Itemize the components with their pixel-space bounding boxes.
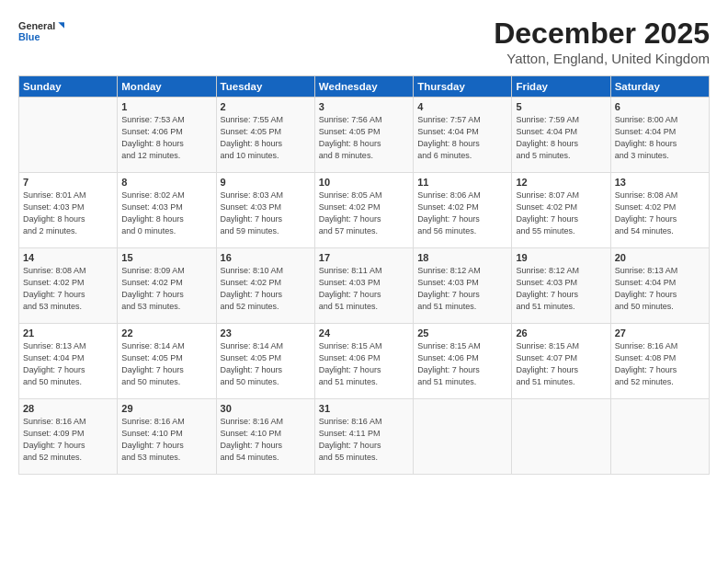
header-row: SundayMondayTuesdayWednesdayThursdayFrid… — [19, 76, 710, 98]
day-number: 8 — [121, 177, 211, 188]
day-number: 23 — [221, 327, 311, 339]
day-number: 20 — [615, 252, 705, 263]
day-cell: 27Sunrise: 8:16 AM Sunset: 4:08 PM Dayli… — [610, 324, 709, 399]
day-cell: 28Sunrise: 8:16 AM Sunset: 4:09 PM Dayli… — [19, 399, 118, 475]
day-number: 2 — [221, 101, 311, 112]
day-cell: 30Sunrise: 8:16 AM Sunset: 4:10 PM Dayli… — [216, 399, 314, 475]
day-info: Sunrise: 7:57 AM Sunset: 4:04 PM Dayligh… — [417, 114, 507, 162]
logo-svg: General Blue — [18, 17, 64, 48]
day-info: Sunrise: 8:01 AM Sunset: 4:03 PM Dayligh… — [23, 190, 113, 237]
day-number: 15 — [121, 252, 211, 263]
day-info: Sunrise: 8:05 AM Sunset: 4:02 PM Dayligh… — [319, 190, 409, 237]
day-cell: 5Sunrise: 7:59 AM Sunset: 4:04 PM Daylig… — [512, 98, 610, 173]
header-cell-tuesday: Tuesday — [216, 76, 314, 98]
day-info: Sunrise: 7:53 AM Sunset: 4:06 PM Dayligh… — [121, 114, 211, 162]
day-info: Sunrise: 8:16 AM Sunset: 4:09 PM Dayligh… — [23, 416, 113, 464]
day-info: Sunrise: 8:09 AM Sunset: 4:02 PM Dayligh… — [121, 265, 211, 313]
day-number: 31 — [319, 403, 409, 414]
day-number: 28 — [23, 403, 113, 414]
day-number: 22 — [121, 327, 211, 339]
day-number: 19 — [516, 252, 606, 263]
header-cell-monday: Monday — [118, 76, 216, 98]
header-cell-thursday: Thursday — [414, 76, 512, 98]
day-info: Sunrise: 8:00 AM Sunset: 4:04 PM Dayligh… — [615, 114, 705, 162]
week-row-1: 1Sunrise: 7:53 AM Sunset: 4:06 PM Daylig… — [19, 98, 710, 173]
day-cell — [19, 98, 118, 173]
day-info: Sunrise: 8:12 AM Sunset: 4:03 PM Dayligh… — [516, 265, 606, 313]
svg-text:General: General — [18, 21, 55, 32]
day-cell: 29Sunrise: 8:16 AM Sunset: 4:10 PM Dayli… — [118, 399, 216, 475]
day-info: Sunrise: 8:16 AM Sunset: 4:10 PM Dayligh… — [221, 416, 311, 464]
day-cell — [512, 399, 610, 475]
day-info: Sunrise: 8:16 AM Sunset: 4:10 PM Dayligh… — [121, 416, 211, 464]
header-cell-wednesday: Wednesday — [314, 76, 413, 98]
day-info: Sunrise: 8:15 AM Sunset: 4:06 PM Dayligh… — [417, 340, 507, 388]
day-info: Sunrise: 8:12 AM Sunset: 4:03 PM Dayligh… — [417, 265, 507, 313]
day-info: Sunrise: 8:02 AM Sunset: 4:03 PM Dayligh… — [121, 190, 211, 237]
day-cell: 1Sunrise: 7:53 AM Sunset: 4:06 PM Daylig… — [118, 98, 216, 173]
day-info: Sunrise: 8:03 AM Sunset: 4:03 PM Dayligh… — [221, 190, 311, 237]
day-cell: 14Sunrise: 8:08 AM Sunset: 4:02 PM Dayli… — [19, 248, 118, 324]
day-number: 11 — [417, 177, 507, 188]
day-number: 7 — [23, 177, 113, 188]
day-info: Sunrise: 8:08 AM Sunset: 4:02 PM Dayligh… — [23, 265, 113, 313]
day-info: Sunrise: 8:16 AM Sunset: 4:11 PM Dayligh… — [319, 416, 409, 464]
day-cell: 18Sunrise: 8:12 AM Sunset: 4:03 PM Dayli… — [414, 248, 512, 324]
day-info: Sunrise: 8:14 AM Sunset: 4:05 PM Dayligh… — [221, 340, 311, 388]
day-number: 9 — [221, 177, 311, 188]
week-row-2: 7Sunrise: 8:01 AM Sunset: 4:03 PM Daylig… — [19, 173, 710, 248]
day-number: 18 — [417, 252, 507, 263]
day-number: 3 — [319, 101, 409, 112]
day-number: 17 — [319, 252, 409, 263]
day-cell: 9Sunrise: 8:03 AM Sunset: 4:03 PM Daylig… — [216, 173, 314, 248]
calendar-table: SundayMondayTuesdayWednesdayThursdayFrid… — [18, 75, 710, 475]
day-info: Sunrise: 8:08 AM Sunset: 4:02 PM Dayligh… — [615, 190, 705, 237]
day-cell — [414, 399, 512, 475]
header: General Blue December 2025 Yatton, Engla… — [18, 17, 710, 66]
day-info: Sunrise: 8:15 AM Sunset: 4:06 PM Dayligh… — [319, 340, 409, 388]
day-info: Sunrise: 8:07 AM Sunset: 4:02 PM Dayligh… — [516, 190, 606, 237]
day-cell: 7Sunrise: 8:01 AM Sunset: 4:03 PM Daylig… — [19, 173, 118, 248]
day-number: 21 — [23, 327, 113, 339]
day-cell: 6Sunrise: 8:00 AM Sunset: 4:04 PM Daylig… — [610, 98, 709, 173]
day-number: 25 — [417, 327, 507, 339]
header-cell-friday: Friday — [512, 76, 610, 98]
day-cell — [610, 399, 709, 475]
day-number: 6 — [615, 101, 705, 112]
header-cell-saturday: Saturday — [610, 76, 709, 98]
day-cell: 23Sunrise: 8:14 AM Sunset: 4:05 PM Dayli… — [216, 324, 314, 399]
day-number: 24 — [319, 327, 409, 339]
day-number: 27 — [615, 327, 705, 339]
day-number: 5 — [516, 101, 606, 112]
title-block: December 2025 Yatton, England, United Ki… — [494, 17, 710, 66]
main-title: December 2025 — [494, 17, 710, 51]
day-number: 10 — [319, 177, 409, 188]
day-number: 29 — [121, 403, 211, 414]
day-cell: 24Sunrise: 8:15 AM Sunset: 4:06 PM Dayli… — [314, 324, 413, 399]
day-cell: 3Sunrise: 7:56 AM Sunset: 4:05 PM Daylig… — [314, 98, 413, 173]
day-cell: 13Sunrise: 8:08 AM Sunset: 4:02 PM Dayli… — [610, 173, 709, 248]
day-info: Sunrise: 8:16 AM Sunset: 4:08 PM Dayligh… — [615, 340, 705, 388]
day-cell: 2Sunrise: 7:55 AM Sunset: 4:05 PM Daylig… — [216, 98, 314, 173]
day-cell: 15Sunrise: 8:09 AM Sunset: 4:02 PM Dayli… — [118, 248, 216, 324]
day-cell: 22Sunrise: 8:14 AM Sunset: 4:05 PM Dayli… — [118, 324, 216, 399]
day-number: 13 — [615, 177, 705, 188]
svg-marker-2 — [58, 22, 64, 29]
week-row-4: 21Sunrise: 8:13 AM Sunset: 4:04 PM Dayli… — [19, 324, 710, 399]
page: General Blue December 2025 Yatton, Engla… — [0, 0, 728, 563]
day-number: 16 — [221, 252, 311, 263]
day-cell: 10Sunrise: 8:05 AM Sunset: 4:02 PM Dayli… — [314, 173, 413, 248]
day-info: Sunrise: 7:56 AM Sunset: 4:05 PM Dayligh… — [319, 114, 409, 162]
logo: General Blue — [18, 17, 64, 48]
day-cell: 31Sunrise: 8:16 AM Sunset: 4:11 PM Dayli… — [314, 399, 413, 475]
day-cell: 19Sunrise: 8:12 AM Sunset: 4:03 PM Dayli… — [512, 248, 610, 324]
day-cell: 8Sunrise: 8:02 AM Sunset: 4:03 PM Daylig… — [118, 173, 216, 248]
day-number: 12 — [516, 177, 606, 188]
day-cell: 26Sunrise: 8:15 AM Sunset: 4:07 PM Dayli… — [512, 324, 610, 399]
day-info: Sunrise: 7:55 AM Sunset: 4:05 PM Dayligh… — [221, 114, 311, 162]
day-cell: 21Sunrise: 8:13 AM Sunset: 4:04 PM Dayli… — [19, 324, 118, 399]
week-row-3: 14Sunrise: 8:08 AM Sunset: 4:02 PM Dayli… — [19, 248, 710, 324]
day-info: Sunrise: 8:10 AM Sunset: 4:02 PM Dayligh… — [221, 265, 311, 313]
day-cell: 16Sunrise: 8:10 AM Sunset: 4:02 PM Dayli… — [216, 248, 314, 324]
day-number: 26 — [516, 327, 606, 339]
